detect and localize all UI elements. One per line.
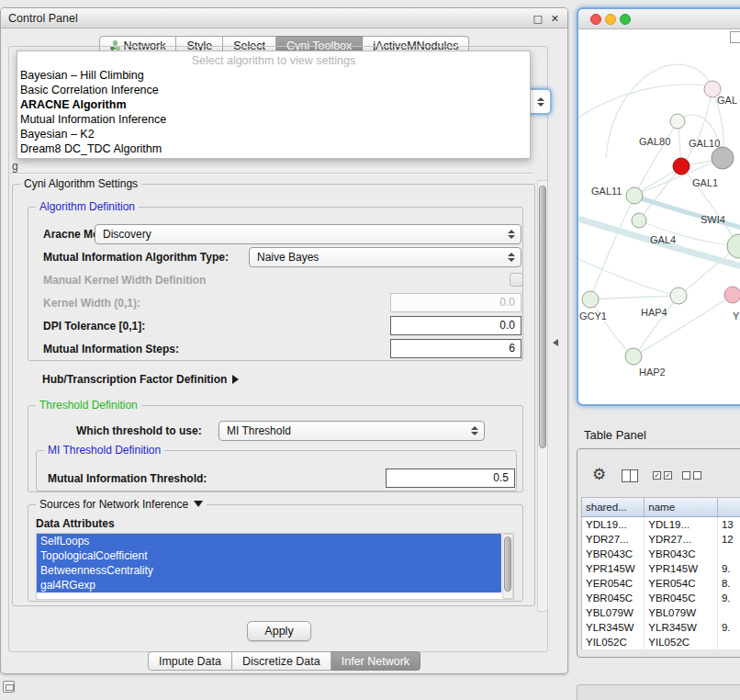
aracne-mode-combo[interactable]: Discovery bbox=[95, 224, 521, 244]
network-window: GALGAL80GAL10GAL11GAL1SWI4GAL4GCY1HAP4HA… bbox=[577, 7, 740, 406]
checked-box-icon: ✓ bbox=[664, 471, 672, 480]
table-row[interactable]: YBR043CYBR043C bbox=[582, 547, 740, 561]
mi-threshold-field[interactable]: 0.5 bbox=[386, 469, 515, 488]
close-window-icon[interactable]: ✕ bbox=[551, 13, 559, 25]
network-node-label: Y bbox=[733, 310, 739, 322]
combo-arrows-icon bbox=[508, 253, 515, 262]
sources-list[interactable]: SelfLoopsTopologicalCoefficientBetweenne… bbox=[36, 533, 514, 600]
mi-threshold-title: MI Threshold Definition bbox=[44, 444, 164, 457]
bottom-tab-discretize-data[interactable]: Discretize Data bbox=[232, 651, 331, 671]
table-row[interactable]: YBL079WYBL079W bbox=[582, 605, 740, 620]
column-header-shared[interactable]: shared... bbox=[582, 498, 645, 517]
mi-steps-field[interactable]: 6 bbox=[390, 339, 521, 358]
network-window-titlebar[interactable] bbox=[578, 9, 740, 29]
hide-all-columns-icon[interactable] bbox=[682, 471, 701, 480]
sources-title-text: Sources for Network Inference bbox=[39, 498, 188, 511]
settings-scrollbar-thumb[interactable] bbox=[539, 186, 546, 448]
bottom-tab-impute-data[interactable]: Impute Data bbox=[148, 651, 232, 671]
table-body: YDL19...YDL19...13YDR27...YDR27...12YBR0… bbox=[582, 517, 740, 649]
sources-scrollbar[interactable] bbox=[502, 534, 513, 599]
birdseye-toggle[interactable] bbox=[730, 31, 740, 43]
algorithm-popup-hint: Select algorithm to view settings bbox=[17, 53, 530, 68]
window-title: Control Panel bbox=[8, 8, 78, 28]
show-all-columns-icon[interactable]: ✓ ✓ bbox=[653, 471, 672, 480]
source-attribute-gal4rgexp[interactable]: gal4RGexp bbox=[37, 578, 501, 593]
algorithm-option-bayesian-k2[interactable]: Bayesian – K2 bbox=[17, 127, 530, 141]
table-cell: YBR045C bbox=[645, 591, 718, 605]
mi-type-label: Mutual Information Algorithm Type: bbox=[43, 251, 229, 264]
network-node-label: GAL4 bbox=[650, 234, 676, 245]
sources-scrollbar-thumb[interactable] bbox=[504, 536, 511, 592]
table-row[interactable]: YDL19...YDL19...13 bbox=[582, 517, 740, 532]
apply-button[interactable]: Apply bbox=[247, 621, 311, 641]
mi-type-value: Naive Bayes bbox=[257, 251, 319, 264]
algorithm-option-basic-correlation-inference[interactable]: Basic Correlation Inference bbox=[17, 83, 530, 97]
network-node-label: GAL11 bbox=[591, 186, 622, 197]
table-cell: 9. bbox=[718, 620, 740, 635]
collapsed-disclosure-icon[interactable] bbox=[232, 375, 239, 384]
hidden-label-fragment: g bbox=[12, 160, 18, 173]
zoom-button[interactable] bbox=[620, 14, 631, 25]
source-attribute-betweennesscentrality[interactable]: BetweennessCentrality bbox=[37, 563, 501, 578]
splitpane-collapse-arrow[interactable] bbox=[553, 339, 558, 346]
minimize-button[interactable] bbox=[605, 14, 616, 25]
close-button[interactable] bbox=[590, 14, 601, 25]
which-threshold-combo[interactable]: MI Threshold bbox=[219, 421, 485, 441]
table-cell: YIL052C bbox=[645, 635, 718, 649]
source-attribute-selfloops[interactable]: SelfLoops bbox=[37, 534, 501, 548]
mi-threshold-label: Mutual Information Threshold: bbox=[48, 472, 207, 485]
table-header-row: shared...name bbox=[582, 498, 740, 517]
bottom-tab-infer-network[interactable]: Infer Network bbox=[331, 651, 420, 671]
table-cell bbox=[718, 605, 740, 620]
table-row[interactable]: YPR145WYPR145W9. bbox=[582, 561, 740, 576]
table-cell: 13 bbox=[718, 517, 740, 532]
column-header-name[interactable]: name bbox=[645, 498, 718, 517]
mi-type-combo[interactable]: Naive Bayes bbox=[249, 247, 521, 267]
restore-panel-icon[interactable] bbox=[3, 681, 15, 693]
network-node-label: HAP4 bbox=[641, 307, 667, 318]
column-layout-icon[interactable] bbox=[622, 469, 638, 482]
float-window-icon[interactable]: □ bbox=[533, 13, 542, 25]
table-row[interactable]: YDR27...YDR27...12 bbox=[582, 532, 740, 547]
table-cell: 12 bbox=[718, 532, 740, 547]
table-cell: YER054C bbox=[582, 576, 645, 591]
tab-label: Discretize Data bbox=[242, 655, 320, 668]
algorithm-option-bayesian-hill-climbing[interactable]: Bayesian – Hill Climbing bbox=[17, 68, 530, 83]
combo-arrows-icon bbox=[537, 97, 544, 107]
bottom-tab-bar: Impute DataDiscretize DataInfer Network bbox=[1, 651, 567, 671]
mi-steps-label: Mutual Information Steps: bbox=[43, 343, 179, 356]
unchecked-box-icon bbox=[682, 471, 690, 480]
table-cell: YBR043C bbox=[645, 547, 718, 561]
table-row[interactable]: YIL052CYIL052C bbox=[582, 635, 740, 649]
table-row[interactable]: YBR045CYBR045C9. bbox=[582, 591, 740, 605]
table-row[interactable]: YLR345WYLR345W9. bbox=[582, 620, 740, 635]
collapsed-bottom-panel bbox=[577, 684, 740, 700]
hidden-group-border bbox=[8, 173, 533, 175]
network-node-label: HAP2 bbox=[639, 367, 666, 378]
algorithm-option-mutual-information-inference[interactable]: Mutual Information Inference bbox=[17, 112, 530, 127]
network-canvas[interactable]: GALGAL80GAL10GAL11GAL1SWI4GAL4GCY1HAP4HA… bbox=[578, 29, 740, 404]
table-cell: YDR27... bbox=[645, 532, 718, 547]
column-header-extra[interactable] bbox=[718, 498, 740, 517]
algorithm-option-aracne-algorithm[interactable]: ARACNE Algorithm bbox=[17, 97, 530, 112]
combo-arrows-icon bbox=[508, 230, 515, 239]
hub-definition-toggle[interactable]: Hub/Transcription Factor Definition bbox=[42, 370, 239, 387]
table-settings-gear-icon[interactable]: ⚙ bbox=[592, 466, 606, 482]
expanded-disclosure-icon[interactable] bbox=[194, 501, 203, 507]
tab-label: Infer Network bbox=[342, 655, 409, 668]
manual-kernel-checkbox[interactable] bbox=[510, 273, 523, 287]
algorithm-definition-title: Algorithm Definition bbox=[36, 200, 139, 213]
checked-box-icon: ✓ bbox=[653, 471, 661, 480]
algorithm-option-dream8-dc-tdc-algorithm[interactable]: Dream8 DC_TDC Algorithm bbox=[17, 141, 530, 156]
control-panel-titlebar[interactable]: Control Panel □ ✕ bbox=[1, 8, 567, 28]
unchecked-box-icon bbox=[693, 471, 701, 480]
table-cell: YER054C bbox=[645, 576, 718, 591]
network-node-label: GAL bbox=[717, 95, 737, 106]
source-attribute-topologicalcoefficient[interactable]: TopologicalCoefficient bbox=[37, 548, 501, 563]
hub-definition-label: Hub/Transcription Factor Definition bbox=[42, 373, 227, 386]
table-cell: YDL19... bbox=[582, 517, 645, 532]
algorithm-definition-group: Algorithm Definition Aracne Mode: Discov… bbox=[28, 207, 523, 361]
dpi-tolerance-field[interactable]: 0.0 bbox=[390, 316, 521, 335]
settings-scrollbar[interactable] bbox=[537, 180, 548, 612]
table-row[interactable]: YER054CYER054C8. bbox=[582, 576, 740, 591]
